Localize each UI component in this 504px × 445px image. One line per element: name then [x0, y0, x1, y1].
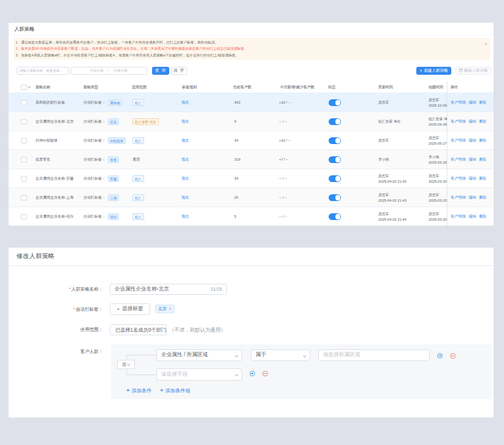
date-range-picker[interactable]: 开始日期 ~ 结束日期	[71, 67, 147, 75]
preview-link[interactable]: 预览	[181, 169, 189, 188]
edit-link[interactable]: 编辑	[468, 214, 476, 219]
add-condition-icon[interactable]: +	[250, 371, 255, 376]
remove-condition-icon[interactable]: −	[262, 371, 268, 376]
preview-link[interactable]: 预览	[181, 112, 189, 131]
create-strategy-button[interactable]: +新建人群策略	[416, 67, 451, 75]
scope-tag: 机汇	[132, 137, 144, 144]
text-label: 删除人群策略	[464, 68, 488, 74]
condition-value-input[interactable]: 请选择所属区域	[318, 349, 430, 362]
table-row[interactable]: 企业属性企业名称-北京 自动打标签：北京 机汇营家 伟东 预览 0 -- / -…	[9, 112, 494, 131]
customer-count: 342	[234, 93, 240, 112]
detail-link[interactable]: 客户明细	[451, 138, 466, 143]
delete-link[interactable]: 删除	[479, 138, 486, 143]
row-checkbox[interactable]	[21, 176, 27, 182]
table-row[interactable]: 企业属性企业名称-上海 自动打标签：上海 机汇 预览 20 -- / -- 房志…	[9, 188, 494, 207]
status-toggle[interactable]	[329, 175, 341, 182]
edit-link[interactable]: 编辑	[468, 119, 476, 124]
table-row[interactable]: 企业属性企业名称-绍兴 自动打标签：绍兴 机汇 预览 5 -- / -- 房志军…	[9, 207, 494, 226]
condition2-field-select[interactable]: 请选择字段	[156, 368, 242, 381]
row-checkbox[interactable]	[21, 157, 27, 163]
condition-field-select[interactable]: 企业属性 / 所属区域	[156, 349, 242, 362]
detail-link[interactable]: 客户明细	[451, 157, 466, 162]
status-toggle[interactable]	[329, 118, 341, 125]
edit-link[interactable]: 编辑	[468, 100, 476, 105]
type-tag: AI智能体	[108, 137, 126, 144]
status-toggle[interactable]	[329, 137, 341, 144]
col-scope: 适用范围	[132, 82, 147, 93]
scope-selector[interactable]: 已选择1名成员0个部门	[110, 324, 167, 335]
col-status: 状态	[328, 82, 335, 93]
table-row[interactable]: 批发零售 自动打标签：零售 通用 预览 319 +7 / -- 李小艳 李小艳2…	[9, 150, 494, 169]
edit-link[interactable]: 编辑	[468, 138, 476, 143]
status-toggle[interactable]	[329, 194, 341, 201]
table-row[interactable]: 企业属性企业名称-安徽 自动打标签：安徽 机汇 预览 34 -- / -- 房志…	[9, 169, 494, 188]
alert-close-icon[interactable]: ×	[484, 42, 487, 47]
notice-alert: 1、通过系统大数据运算，将符合所设置条件的客户，自动打上标签，一旦客户不再符合该…	[13, 38, 491, 59]
add-condition-link[interactable]: +添加条件	[126, 387, 151, 394]
remove-condition-icon[interactable]: −	[450, 353, 456, 359]
row-checkbox[interactable]	[21, 214, 27, 220]
add-condition-group-link[interactable]: +添加条件组	[160, 387, 190, 394]
today-change: +7 / --	[279, 150, 289, 169]
add-condition-icon[interactable]: +	[437, 353, 443, 359]
preview-link[interactable]: 预览	[181, 131, 189, 150]
detail-link[interactable]: 客户明细	[451, 195, 466, 200]
chevron-down-icon[interactable]	[28, 85, 31, 88]
scope-tag: 机汇	[132, 194, 144, 201]
text-label: 属于	[256, 351, 266, 359]
delete-link[interactable]: 删除	[479, 119, 486, 124]
preview-link[interactable]: 预览	[181, 150, 189, 169]
text-label: 2025-04-02 21:44	[378, 217, 407, 222]
row-checkbox[interactable]	[21, 119, 27, 125]
delete-link[interactable]: 删除	[479, 195, 486, 200]
create-info: 房志军2025-03-20	[429, 188, 447, 207]
row-checkbox[interactable]	[21, 100, 27, 106]
update-info: 房志军	[378, 93, 389, 112]
table-row[interactable]: 封神AI智能体 自动打标签：AI智能体 机汇 预览 34 +10 / -- 房志…	[9, 131, 494, 150]
detail-link[interactable]: 客户明细	[451, 214, 466, 219]
keyword-search-input[interactable]: 请输入策略名称、标签名称...	[17, 67, 69, 75]
status-toggle[interactable]	[329, 213, 341, 220]
title-divider	[9, 265, 494, 266]
status-toggle[interactable]	[329, 156, 341, 163]
type-tag: 北京	[108, 118, 119, 125]
text-label: 2025-03-25	[429, 160, 447, 165]
selected-tag[interactable]: 北京×	[155, 305, 175, 313]
select-tag-button[interactable]: +选择标签	[110, 303, 150, 315]
strategy-name-input[interactable]: 企业属性企业名称-北京 11/15	[110, 284, 227, 295]
text-label: 或	[122, 362, 126, 368]
preview-link[interactable]: 预览	[181, 188, 189, 207]
table-row[interactable]: 晨和姐的群打标签 自动打标签：晨和姐 机汇 预览 342 +10 / -- 房志…	[9, 93, 494, 112]
col-updated: 更新时间	[378, 82, 393, 93]
scope-note: （不填，则默认为通用）	[169, 324, 226, 335]
preview-link[interactable]: 预览	[181, 93, 189, 112]
text-label: 2025-05-27	[429, 141, 447, 146]
type-prefix: 自动打标签：	[83, 169, 105, 188]
delete-link[interactable]: 删除	[479, 100, 486, 105]
search-button[interactable]: 查 询	[152, 67, 169, 75]
delete-link[interactable]: 删除	[479, 176, 486, 181]
create-info: 机汇营家 伟2025-09-28	[429, 112, 447, 131]
detail-link[interactable]: 客户明细	[451, 100, 466, 105]
edit-link[interactable]: 编辑	[468, 157, 476, 162]
batch-delete-button[interactable]: 删除人群策略	[456, 67, 491, 75]
row-checkbox[interactable]	[21, 138, 27, 144]
select-all-checkbox[interactable]	[21, 85, 27, 91]
clear-button[interactable]: 清 空	[171, 67, 187, 75]
text-label: 2025-03-20	[429, 179, 447, 184]
alert-line-2: 2、每天凌晨00:00系统自动更新客户数据，比如，当天客户行为或属性发生变化，在…	[16, 45, 483, 52]
preview-link[interactable]: 预览	[181, 207, 189, 226]
detail-link[interactable]: 客户明细	[451, 176, 466, 181]
group-operator-select[interactable]: 或	[117, 360, 135, 369]
detail-link[interactable]: 客户明细	[451, 119, 466, 124]
status-toggle[interactable]	[329, 99, 341, 106]
condition-operator-select[interactable]: 属于	[251, 349, 310, 362]
delete-link[interactable]: 删除	[479, 214, 486, 219]
delete-link[interactable]: 删除	[479, 157, 486, 162]
scope-tag: 机汇营家 伟东	[132, 118, 159, 125]
tag-close-icon[interactable]: ×	[169, 306, 172, 311]
row-checkbox[interactable]	[21, 195, 27, 201]
edit-link[interactable]: 编辑	[468, 176, 476, 181]
create-info: 房志军2025-05-27	[429, 131, 447, 150]
edit-link[interactable]: 编辑	[468, 195, 476, 200]
